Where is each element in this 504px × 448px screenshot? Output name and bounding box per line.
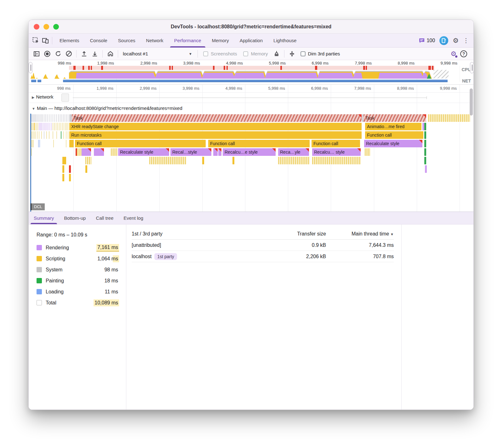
flame-micro-slice[interactable] [37, 123, 38, 130]
flame-bar[interactable] [312, 157, 361, 164]
table-row[interactable]: [unattributed]0.9 kB7,644.3 ms [132, 240, 394, 251]
main-track-label[interactable]: ▼Main — http://localhost:8080/grid?metri… [32, 105, 182, 111]
flame-bar[interactable] [424, 123, 426, 130]
flame-micro-slice[interactable] [60, 114, 60, 122]
network-track-label[interactable]: ▶Network [32, 94, 53, 99]
memory-checkbox[interactable]: Memory [243, 51, 268, 56]
flame-bar-run-microtasks[interactable]: Run microtasks [69, 131, 362, 139]
flame-micro-slice[interactable] [63, 131, 64, 139]
flame-micro-slice[interactable] [49, 131, 49, 139]
tab-performance[interactable]: Performance [169, 34, 207, 48]
flame-micro-slice[interactable] [63, 114, 64, 122]
flame-bar[interactable] [69, 165, 71, 173]
toggle-sidebar-icon[interactable] [32, 49, 41, 59]
flame-micro-slice[interactable] [44, 123, 45, 130]
flame-micro-slice[interactable] [33, 123, 34, 130]
flame-bar[interactable] [69, 114, 72, 122]
capture-settings-gear-icon[interactable]: ⚙ [450, 50, 456, 57]
flame-micro-slice[interactable] [32, 114, 33, 122]
flame-micro-slice[interactable] [68, 123, 68, 130]
flame-micro-slice[interactable] [65, 114, 65, 122]
tab-network[interactable]: Network [141, 34, 169, 48]
flame-bar[interactable] [69, 174, 71, 181]
column-header-main-thread-time[interactable]: Main thread time▼ [326, 231, 394, 237]
flame-micro-slice[interactable] [54, 114, 55, 122]
flame-micro-slice[interactable] [51, 123, 52, 130]
flame-micro-slice[interactable] [46, 131, 47, 139]
flame-micro-slice[interactable] [40, 114, 40, 122]
tab-console[interactable]: Console [85, 34, 113, 48]
flame-micro-slice[interactable] [45, 114, 46, 122]
home-icon[interactable] [106, 49, 115, 59]
flame-micro-slice[interactable] [31, 148, 32, 156]
flame-micro-slice[interactable] [68, 114, 68, 122]
details-tab-call-tree[interactable]: Call tree [91, 212, 118, 224]
flame-bar[interactable] [85, 157, 91, 164]
flame-micro-slice[interactable] [41, 131, 42, 139]
flame-bar[interactable] [62, 165, 64, 173]
flame-micro-slice[interactable] [37, 131, 37, 139]
profile-select[interactable]: localhost #1 ▼ [120, 49, 195, 59]
flame-micro-slice[interactable] [53, 140, 54, 147]
timeline-overview[interactable]: 998 ms1,998 ms2,998 ms3,998 ms4,998 ms5,… [29, 60, 473, 85]
tab-sources[interactable]: Sources [113, 34, 141, 48]
flame-micro-slice[interactable] [65, 123, 66, 130]
flame-bar[interactable] [111, 148, 117, 156]
flame-bar[interactable] [64, 157, 66, 164]
flame-micro-slice[interactable] [68, 131, 68, 139]
flame-bar-recalcu-e-style[interactable]: Recalcu…e style [223, 148, 276, 156]
flame-micro-slice[interactable] [58, 114, 59, 122]
flame-micro-slice[interactable] [44, 131, 44, 139]
flame-bar-task[interactable]: Task [72, 114, 362, 122]
flame-bar[interactable] [77, 148, 81, 156]
flame-bar[interactable] [62, 174, 64, 181]
flame-micro-slice[interactable] [34, 114, 35, 122]
flame-micro-slice[interactable] [47, 123, 47, 130]
flame-micro-slice[interactable] [66, 131, 66, 139]
flame-bar-recalcu-style[interactable]: Recalcu… style [312, 148, 361, 156]
flame-micro-slice[interactable] [31, 114, 32, 122]
flame-micro-slice[interactable] [35, 114, 36, 122]
flame-micro-slice[interactable] [37, 114, 38, 122]
flame-micro-slice[interactable] [54, 123, 55, 130]
inspect-element-icon[interactable] [31, 36, 41, 45]
flame-micro-slice[interactable] [32, 131, 33, 139]
flame-micro-slice[interactable] [47, 114, 48, 122]
flame-bar[interactable] [424, 157, 426, 164]
network-resize-handle[interactable] [61, 94, 69, 102]
flame-micro-slice[interactable] [60, 123, 61, 130]
flame-micro-slice[interactable] [31, 123, 32, 130]
flame-bar[interactable] [82, 148, 91, 156]
overview-left-handle[interactable] [29, 62, 32, 73]
flame-micro-slice[interactable] [53, 123, 53, 130]
flame-micro-slice[interactable] [41, 114, 42, 122]
flame-bar[interactable] [278, 157, 309, 164]
flame-micro-slice[interactable] [41, 123, 41, 130]
flame-micro-slice[interactable] [56, 114, 57, 122]
flame-bar[interactable] [428, 114, 470, 122]
flame-micro-slice[interactable] [36, 123, 37, 130]
flame-chart-pane[interactable]: 998 ms1,998 ms2,998 ms3,998 ms4,998 ms5,… [29, 85, 473, 212]
details-tab-summary[interactable]: Summary [29, 212, 59, 224]
flame-bar-function-call[interactable]: Function call [75, 140, 206, 147]
settings-gear-icon[interactable]: ⚙ [453, 37, 459, 44]
flame-micro-slice[interactable] [38, 114, 39, 122]
download-profile-icon[interactable] [90, 49, 100, 59]
record-button[interactable] [43, 49, 52, 59]
flame-micro-slice[interactable] [39, 131, 39, 139]
device-toolbar-icon[interactable] [41, 36, 50, 45]
flame-bar[interactable] [94, 148, 104, 156]
flame-micro-slice[interactable] [31, 140, 32, 147]
flame-micro-slice[interactable] [57, 123, 58, 130]
screenshots-checkbox[interactable]: Screenshots [203, 51, 237, 56]
flame-scrollbar-thumb[interactable] [470, 88, 473, 116]
flame-micro-slice[interactable] [61, 114, 62, 122]
network-track[interactable]: ▶Network [29, 93, 473, 103]
reload-and-record-icon[interactable] [53, 49, 63, 59]
flame-bar-animatio-me-fired[interactable]: Animatio…me fired [365, 123, 421, 130]
device-mode-ai-button[interactable] [439, 36, 448, 45]
flame-micro-slice[interactable] [53, 131, 53, 139]
flame-micro-slice[interactable] [66, 114, 67, 122]
flame-micro-slice[interactable] [35, 131, 36, 139]
details-tab-bottom-up[interactable]: Bottom-up [59, 212, 91, 224]
